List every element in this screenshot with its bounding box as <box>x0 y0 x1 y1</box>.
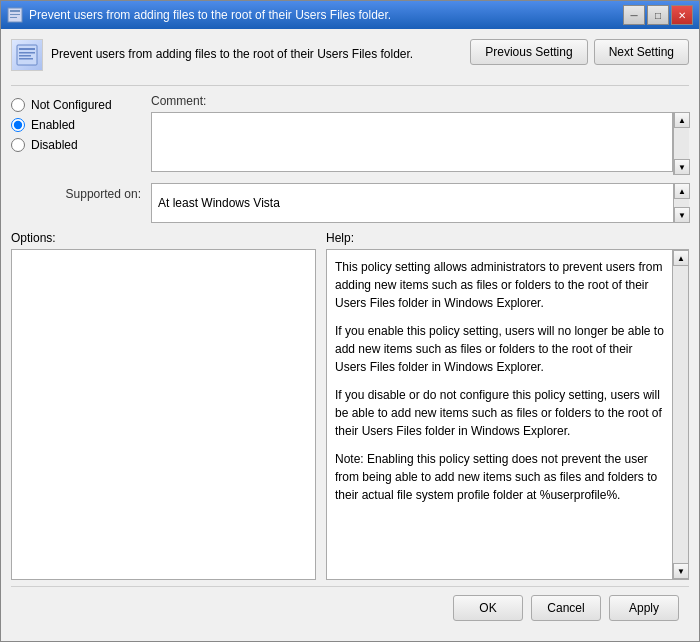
supported-value: At least Windows Vista <box>151 183 689 223</box>
help-para-4: Note: Enabling this policy setting does … <box>335 450 664 504</box>
svg-rect-7 <box>19 55 31 57</box>
help-scroll-track <box>673 266 688 563</box>
radio-enabled: Enabled <box>11 118 141 132</box>
help-scrollbar: ▲ ▼ <box>672 250 688 579</box>
radio-not-configured-input[interactable] <box>11 98 25 112</box>
window-controls: ─ □ ✕ <box>623 5 693 25</box>
comment-scrollbar: ▲ ▼ <box>673 112 689 175</box>
help-scroll-up[interactable]: ▲ <box>673 250 689 266</box>
comment-scroll-down[interactable]: ▼ <box>674 159 690 175</box>
help-para-3: If you disable or do not configure this … <box>335 386 664 440</box>
mid-section: Not Configured Enabled Disabled Comment:… <box>11 94 689 175</box>
next-setting-button[interactable]: Next Setting <box>594 39 689 65</box>
help-text-area: This policy setting allows administrator… <box>327 250 672 579</box>
cancel-button[interactable]: Cancel <box>531 595 601 621</box>
comment-textarea[interactable] <box>151 112 673 172</box>
help-para-2: If you enable this policy setting, users… <box>335 322 664 376</box>
apply-button[interactable]: Apply <box>609 595 679 621</box>
svg-rect-1 <box>10 10 20 12</box>
comment-scroll-track <box>674 128 689 159</box>
supported-scroll-down[interactable]: ▼ <box>674 207 690 223</box>
header-left: Prevent users from adding files to the r… <box>11 39 470 71</box>
help-para-1: This policy setting allows administrator… <box>335 258 664 312</box>
help-scroll-down[interactable]: ▼ <box>673 563 689 579</box>
bottom-bar: OK Cancel Apply <box>11 586 689 631</box>
radio-disabled-input[interactable] <box>11 138 25 152</box>
radio-enabled-input[interactable] <box>11 118 25 132</box>
svg-rect-6 <box>19 52 35 54</box>
supported-box-wrapper: At least Windows Vista ▲ ▼ <box>151 183 689 223</box>
main-window: Prevent users from adding files to the r… <box>0 0 700 642</box>
radio-group: Not Configured Enabled Disabled <box>11 94 141 175</box>
sections-row: Options: Help: <box>11 231 689 245</box>
comment-label: Comment: <box>151 94 689 108</box>
window-title: Prevent users from adding files to the r… <box>29 8 623 22</box>
supported-scroll-up[interactable]: ▲ <box>674 183 690 199</box>
comment-scroll-up[interactable]: ▲ <box>674 112 690 128</box>
svg-rect-3 <box>10 17 17 18</box>
minimize-button[interactable]: ─ <box>623 5 645 25</box>
window-icon <box>7 7 23 23</box>
maximize-button[interactable]: □ <box>647 5 669 25</box>
radio-enabled-label[interactable]: Enabled <box>31 118 75 132</box>
radio-not-configured-label[interactable]: Not Configured <box>31 98 112 112</box>
svg-rect-2 <box>10 14 20 15</box>
radio-disabled-label[interactable]: Disabled <box>31 138 78 152</box>
supported-scrollbar: ▲ ▼ <box>673 183 689 223</box>
ok-button[interactable]: OK <box>453 595 523 621</box>
help-label: Help: <box>326 231 689 245</box>
supported-section: Supported on: At least Windows Vista ▲ ▼ <box>11 183 689 223</box>
comment-section: Comment: ▲ ▼ <box>151 94 689 175</box>
title-bar: Prevent users from adding files to the r… <box>1 1 699 29</box>
header-section: Prevent users from adding files to the r… <box>11 39 689 71</box>
help-panel: This policy setting allows administrator… <box>326 249 689 580</box>
content-area: Prevent users from adding files to the r… <box>1 29 699 641</box>
options-panel <box>11 249 316 580</box>
radio-disabled: Disabled <box>11 138 141 152</box>
svg-rect-8 <box>19 58 33 60</box>
close-button[interactable]: ✕ <box>671 5 693 25</box>
panels-row: This policy setting allows administrator… <box>11 249 689 580</box>
supported-label: Supported on: <box>11 183 141 223</box>
supported-scroll-track <box>674 199 689 207</box>
previous-setting-button[interactable]: Previous Setting <box>470 39 587 65</box>
policy-icon <box>11 39 43 71</box>
options-label: Options: <box>11 231 316 245</box>
header-buttons: Previous Setting Next Setting <box>470 39 689 65</box>
header-title: Prevent users from adding files to the r… <box>51 39 470 61</box>
supported-text: At least Windows Vista <box>158 196 280 210</box>
svg-rect-5 <box>19 48 35 50</box>
radio-not-configured: Not Configured <box>11 98 141 112</box>
header-divider <box>11 85 689 86</box>
